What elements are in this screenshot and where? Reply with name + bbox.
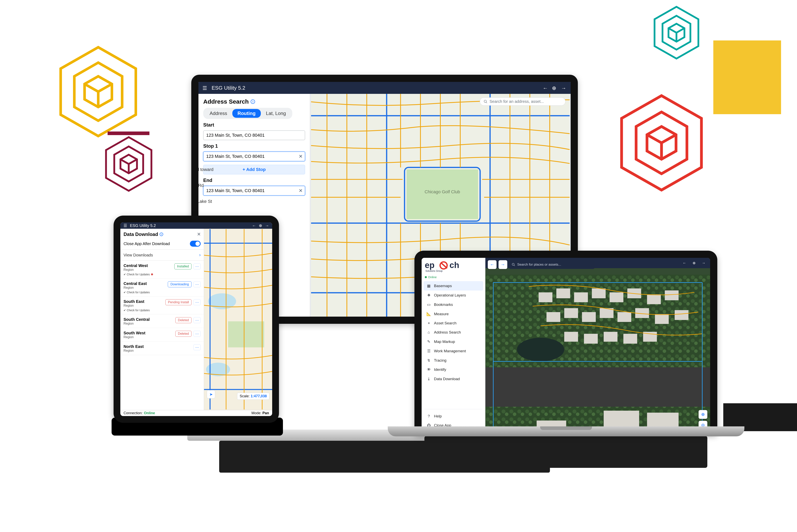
directions-preview: Rd toward le Rd n Lake St xyxy=(193,162,213,209)
close-icon[interactable]: ✕ xyxy=(197,232,201,237)
sidebar-item-help[interactable]: ?Help xyxy=(423,412,483,421)
sidebar-item-bookmarks[interactable]: ▭Bookmarks xyxy=(423,300,483,309)
sidebar-item-label: Work Management xyxy=(434,349,466,353)
info-icon[interactable]: i xyxy=(251,99,255,104)
tablet-titlebar: ☰ ESG Utility 5.2 ← ⊕ → xyxy=(120,222,272,229)
globe-icon[interactable]: ⊕ xyxy=(259,223,262,228)
forward-icon[interactable]: → xyxy=(700,260,707,266)
check-updates[interactable]: ✔ Check for Updates xyxy=(124,291,201,294)
add-stop-button[interactable]: + Add Stop xyxy=(203,165,305,174)
stop1-label: Stop 1 xyxy=(203,143,305,149)
chevron-right-icon: › xyxy=(199,252,201,258)
globe-icon[interactable]: ⊕ xyxy=(552,85,557,91)
more-button[interactable]: ⋯ xyxy=(193,281,201,287)
status-badge: Pending Install xyxy=(165,299,191,305)
sidebar-icon: ❖ xyxy=(426,293,431,298)
close-after-toggle[interactable] xyxy=(190,241,201,247)
sidebar-item-identify[interactable]: 👁Identify xyxy=(423,365,483,374)
stop1-input[interactable] xyxy=(203,152,305,161)
sidebar-item-basemaps[interactable]: ▦Basemaps xyxy=(423,281,483,290)
svg-rect-32 xyxy=(609,292,623,302)
tablet-map[interactable]: ➤ Scale: 1:477,038 xyxy=(204,229,272,410)
search-icon xyxy=(483,100,488,103)
svg-rect-16 xyxy=(228,321,264,347)
sidebar-icon: ⌂ xyxy=(426,330,431,335)
sidebar-item-label: Tracing xyxy=(434,358,447,363)
menu-icon[interactable]: ☰ xyxy=(124,223,127,228)
sidebar-icon: ? xyxy=(426,414,431,418)
end-input[interactable] xyxy=(203,186,305,195)
sidebar-item-label: Help xyxy=(434,414,442,418)
search-placeholder: Search for places or assets... xyxy=(517,263,561,267)
sidebar-item-label: Address Search xyxy=(434,330,461,335)
more-button[interactable]: ⋯ xyxy=(193,263,201,269)
laptop-frame: ep ch Solutions Group Online ▦Basemaps❖O… xyxy=(414,251,717,434)
forward-icon[interactable]: → xyxy=(561,85,567,91)
forward-icon[interactable]: → xyxy=(265,223,269,228)
sidebar-item-measure[interactable]: 📐Measure xyxy=(423,309,483,319)
view-downloads-row[interactable]: View Downloads › xyxy=(120,249,204,261)
svg-rect-47 xyxy=(624,334,637,343)
sidebar-item-address-search[interactable]: ⌂Address Search xyxy=(423,328,483,337)
more-button[interactable]: ⋯ xyxy=(193,299,201,305)
clear-icon[interactable]: ✕ xyxy=(299,154,303,159)
download-item: South Central Region Deleted ⋯ xyxy=(120,315,204,328)
back-icon[interactable]: ← xyxy=(681,260,688,266)
hex-red-icon xyxy=(616,92,707,194)
locate-button[interactable]: ➤ xyxy=(207,390,215,399)
app-title: ESG Utility 5.2 xyxy=(212,85,245,91)
svg-line-53 xyxy=(514,265,515,266)
svg-rect-45 xyxy=(584,334,598,343)
start-input[interactable] xyxy=(203,131,305,140)
panel-title: Address Searchi xyxy=(203,98,305,105)
hex-teal-icon xyxy=(651,5,701,61)
more-button[interactable]: ⋯ xyxy=(193,317,201,323)
tab-address[interactable]: Address xyxy=(205,109,232,118)
clear-icon[interactable]: ✕ xyxy=(299,188,303,193)
check-updates[interactable]: ✔ Check for Updates xyxy=(124,273,201,276)
end-label: End xyxy=(203,177,305,183)
sidebar-item-work-management[interactable]: ☰Work Management xyxy=(423,346,483,356)
laptop-shadow xyxy=(424,436,707,468)
map-search-input[interactable]: Search for an address, asset... xyxy=(480,97,566,106)
region-sub: Region xyxy=(124,304,144,307)
sidebar-item-data-download[interactable]: ⤓Data Download xyxy=(423,374,483,383)
region-name: North East xyxy=(124,344,144,349)
region-sub: Region xyxy=(124,335,146,339)
sidebar-item-label: Operational Layers xyxy=(434,293,466,298)
sidebar-item-asset-search[interactable]: ⌖Asset Search xyxy=(423,319,483,328)
laptop-map[interactable]: ← ⊕ → xyxy=(486,258,710,432)
brand-logo: ep ch Solutions Group xyxy=(422,258,485,276)
more-button[interactable]: ⋯ xyxy=(193,331,201,337)
more-button[interactable]: ⋯ xyxy=(193,344,201,350)
nav-back-button[interactable]: ← xyxy=(488,260,496,269)
search-mode-tabs: Address Routing Lat, Long xyxy=(203,108,292,119)
svg-rect-43 xyxy=(675,310,688,320)
menu-icon[interactable]: ☰ xyxy=(203,85,208,91)
nav-forward-button[interactable]: → xyxy=(498,260,507,269)
svg-rect-46 xyxy=(604,332,618,342)
sidebar-item-operational-layers[interactable]: ❖Operational Layers xyxy=(423,290,483,300)
sidebar-item-map-markup[interactable]: ✎Map Markup xyxy=(423,337,483,346)
connection-status: Online xyxy=(422,276,485,281)
back-icon[interactable]: ← xyxy=(252,223,256,228)
tab-latlong[interactable]: Lat, Long xyxy=(261,109,291,118)
yellow-square-bg xyxy=(713,40,781,114)
region-sub: Region xyxy=(124,322,150,325)
zoom-in-button[interactable]: ⊕ xyxy=(699,410,707,419)
status-badge: Deleted xyxy=(175,317,191,323)
region-name: Central East xyxy=(124,281,147,286)
sidebar-icon: 📐 xyxy=(426,311,431,316)
laptop-base xyxy=(388,426,744,436)
tab-routing[interactable]: Routing xyxy=(232,109,261,118)
sidebar-item-label: Map Markup xyxy=(434,340,455,344)
globe-icon[interactable]: ⊕ xyxy=(690,260,697,266)
sidebar-item-label: Asset Search xyxy=(434,321,456,325)
region-name: Central West xyxy=(124,263,148,268)
status-badge: Downloading xyxy=(168,281,191,287)
info-icon[interactable]: i xyxy=(159,232,163,236)
back-icon[interactable]: ← xyxy=(543,85,548,91)
laptop-search-input[interactable]: Search for places or assets... xyxy=(509,260,594,269)
check-updates[interactable]: ✔ Check for Updates xyxy=(124,309,201,312)
sidebar-item-tracing[interactable]: ↯Tracing xyxy=(423,356,483,365)
